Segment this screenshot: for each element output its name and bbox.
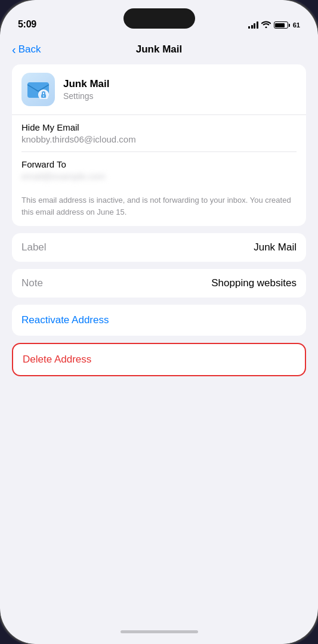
nav-header: ‹ Back Junk Mail bbox=[0, 35, 318, 64]
forward-to-label: Forward To bbox=[21, 159, 297, 169]
app-info: Junk Mail Settings bbox=[63, 78, 109, 101]
phone-screen: 5:09 bbox=[0, 0, 318, 644]
dynamic-island bbox=[124, 8, 195, 29]
back-chevron-icon: ‹ bbox=[12, 44, 16, 55]
back-label: Back bbox=[18, 44, 41, 55]
wifi-icon bbox=[261, 20, 271, 30]
label-field-value: Junk Mail bbox=[254, 242, 297, 253]
status-icons: 61 bbox=[248, 20, 300, 30]
home-indicator bbox=[0, 624, 318, 644]
description-text: This email address is inactive, and is n… bbox=[12, 188, 306, 226]
label-field-label: Label bbox=[21, 242, 47, 253]
forward-to-value: email@example.com bbox=[21, 171, 297, 181]
app-subtitle: Settings bbox=[63, 91, 109, 101]
content-area: Junk Mail Settings Hide My Email knobby.… bbox=[0, 64, 318, 624]
home-bar bbox=[121, 630, 198, 633]
delete-label: Delete Address bbox=[23, 354, 91, 366]
hide-my-email-label: Hide My Email bbox=[21, 122, 297, 132]
email-info-section: Hide My Email knobby.thirds06@icloud.com… bbox=[12, 114, 306, 188]
note-row: Note Shopping websites bbox=[12, 269, 306, 298]
forward-to-row: Forward To email@example.com bbox=[21, 152, 297, 188]
back-button[interactable]: ‹ Back bbox=[12, 44, 41, 55]
label-row: Label Junk Mail bbox=[12, 233, 306, 262]
phone-frame: 5:09 bbox=[0, 0, 318, 644]
status-time: 5:09 bbox=[18, 19, 36, 30]
signal-icon bbox=[248, 21, 258, 29]
battery-icon bbox=[274, 21, 290, 29]
reactivate-address-button[interactable]: Reactivate Address bbox=[12, 305, 306, 336]
page-title: Junk Mail bbox=[136, 44, 182, 55]
battery-percentage: 61 bbox=[293, 21, 300, 29]
note-field-value: Shopping websites bbox=[211, 277, 297, 289]
reactivate-label: Reactivate Address bbox=[21, 314, 109, 326]
hide-my-email-row: Hide My Email knobby.thirds06@icloud.com bbox=[21, 115, 297, 152]
delete-address-button[interactable]: Delete Address bbox=[12, 343, 306, 376]
app-icon bbox=[21, 73, 55, 106]
svg-point-4 bbox=[43, 95, 44, 97]
note-field-label: Note bbox=[21, 277, 43, 289]
hide-my-email-value: knobby.thirds06@icloud.com bbox=[21, 134, 297, 144]
app-info-card: Junk Mail Settings Hide My Email knobby.… bbox=[12, 64, 306, 226]
app-row: Junk Mail Settings bbox=[12, 64, 306, 114]
app-name: Junk Mail bbox=[63, 78, 109, 90]
